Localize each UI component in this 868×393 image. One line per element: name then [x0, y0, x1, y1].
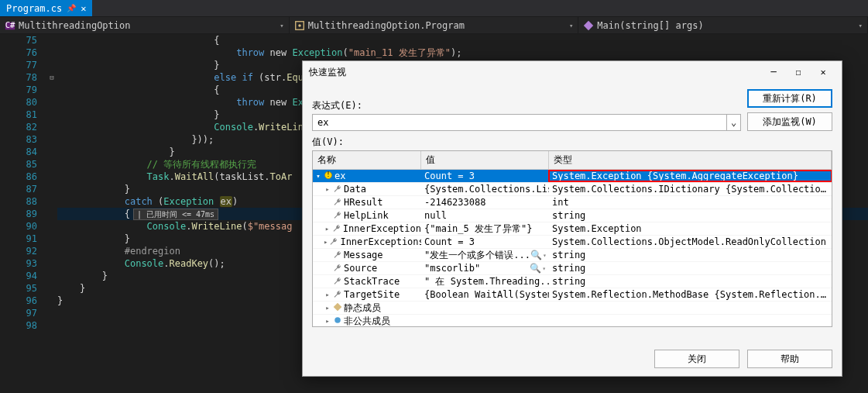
nav-method-label: Main(string[] args) [597, 20, 703, 31]
perf-tip[interactable]: | 已用时间 <= 47ms [133, 209, 218, 220]
header-name[interactable]: 名称 [313, 151, 421, 169]
fold-toggle [46, 146, 57, 158]
expression-input[interactable] [313, 115, 726, 130]
visualizer-icon[interactable]: 🔍 [530, 250, 542, 260]
expand-toggle[interactable]: ▸ [324, 185, 331, 193]
expand-toggle[interactable]: ▸ [324, 225, 331, 233]
nav-method[interactable]: Main(string[] args) ▾ [578, 17, 868, 33]
expand-toggle[interactable]: ▸ [324, 304, 331, 312]
watch-row[interactable]: ▾!exCount = 3System.Exception {System.Ag… [313, 170, 832, 183]
watch-row[interactable]: ▸InnerException{"main_5 发生了异常"}System.Ex… [313, 222, 832, 236]
line-number: 93 [0, 257, 37, 270]
prop-value: {Boolean WaitAll(System.Thre... [424, 289, 549, 300]
watch-row[interactable]: ▸TargetSite{Boolean WaitAll(System.Thre.… [313, 288, 832, 302]
prop-value: "mscorlib" [424, 263, 480, 274]
csharp-project-icon: C# [5, 20, 15, 31]
line-number: 79 [0, 84, 37, 96]
help-button[interactable]: 帮助 [747, 350, 832, 368]
svg-point-8 [335, 317, 341, 323]
close-dialog-button[interactable]: 关闭 [654, 350, 739, 368]
fold-toggle [46, 233, 57, 245]
fold-toggle [46, 270, 57, 282]
close-icon[interactable]: ✕ [81, 3, 86, 14]
nav-project-label: MultithreadingOption [19, 20, 131, 31]
reevaluate-button[interactable]: 重新计算(R) [747, 89, 832, 108]
wrench-icon [333, 198, 342, 207]
line-number: 89 [0, 208, 37, 220]
fold-toggle [46, 96, 57, 109]
fold-toggle [46, 295, 57, 307]
dialog-title: 快速监视 [309, 66, 761, 79]
watch-row[interactable]: ▸非公共成员 [313, 315, 832, 327]
wrench-icon [333, 184, 342, 194]
prop-type: System.Reflection.MethodBase {System.Ref… [549, 289, 832, 300]
expand-toggle[interactable]: ▸ [324, 238, 328, 246]
fold-toggle[interactable]: ⊟ [46, 71, 57, 84]
chevron-down-icon[interactable]: ▾ [542, 265, 546, 272]
watch-row[interactable]: ▸静态成员 [313, 302, 832, 315]
maximize-button[interactable]: ☐ [786, 63, 811, 81]
prop-value: -2146233088 [424, 197, 485, 208]
watch-row[interactable]: StackTrace" 在 System.Threading....🔍▾stri… [313, 275, 832, 288]
fold-toggle [46, 245, 57, 257]
prop-name: Source [344, 263, 377, 274]
value-label: 值(V): [312, 136, 832, 149]
line-number: 84 [0, 146, 37, 158]
prop-name: TargetSite [344, 289, 400, 300]
expand-toggle[interactable]: ▾ [314, 172, 322, 180]
wrench-icon [333, 264, 342, 273]
watch-row[interactable]: HelpLinknullstring [313, 209, 832, 222]
nav-class[interactable]: MultithreadingOption.Program ▾ [290, 17, 579, 33]
chevron-down-icon[interactable]: ⌄ [726, 115, 740, 130]
chevron-down-icon[interactable]: ▾ [543, 252, 547, 259]
tab-bar: Program.cs 📌 ✕ [0, 0, 868, 17]
static-members-icon [333, 302, 342, 314]
watch-grid[interactable]: 名称 值 类型 ▾!exCount = 3System.Exception {S… [312, 150, 832, 327]
line-number: 76 [0, 47, 37, 59]
line-number: 92 [0, 245, 37, 257]
expand-toggle[interactable]: ▸ [324, 317, 331, 325]
code-line[interactable]: throw new Exception("main_11 发生了异常"); [57, 47, 868, 59]
watch-row[interactable]: Source"mscorlib"🔍▾string [313, 262, 832, 275]
tab-filename: Program.cs [6, 3, 62, 14]
prop-name: HResult [344, 197, 383, 208]
expand-toggle[interactable]: ▸ [324, 291, 331, 298]
svg-text:C#: C# [5, 20, 15, 29]
line-number: 80 [0, 96, 37, 109]
pin-icon[interactable]: 📌 [67, 4, 76, 12]
close-button[interactable]: ✕ [811, 63, 835, 81]
wrench-icon [332, 224, 341, 233]
minimize-button[interactable]: ─ [761, 63, 786, 81]
exception-icon: ! [324, 171, 333, 182]
prop-name: Message [344, 250, 383, 260]
fold-toggle [46, 220, 57, 233]
header-type[interactable]: 类型 [549, 151, 832, 169]
line-number: 94 [0, 270, 37, 282]
grid-header: 名称 值 类型 [313, 151, 832, 170]
code-line[interactable]: { [57, 34, 868, 47]
prop-type: System.Exception {System.AggregateExcept… [549, 171, 832, 181]
watch-row[interactable]: ▸InnerExceptionsCount = 3System.Collecti… [313, 236, 832, 249]
expression-label: 表达式(E): [312, 99, 741, 112]
prop-name: 非公共成员 [344, 315, 390, 328]
nav-project[interactable]: C# MultithreadingOption ▾ [0, 17, 290, 33]
prop-type: string [549, 210, 832, 221]
line-number: 81 [0, 109, 37, 121]
add-watch-button[interactable]: 添加监视(W) [747, 112, 832, 131]
watch-row[interactable]: HResult-2146233088int [313, 196, 832, 209]
svg-rect-4 [584, 20, 593, 29]
header-value[interactable]: 值 [421, 151, 549, 169]
wrench-icon [329, 237, 338, 246]
line-number: 96 [0, 295, 37, 307]
watch-row[interactable]: Message"发生一个或多个错误...🔍▾string [313, 249, 832, 262]
svg-rect-7 [334, 302, 342, 311]
file-tab[interactable]: Program.cs 📌 ✕ [0, 0, 92, 16]
prop-type: System.Collections.IDictionary {System.C… [549, 184, 832, 195]
nav-bar: C# MultithreadingOption ▾ Multithreading… [0, 17, 868, 34]
visualizer-icon[interactable]: 🔍 [530, 263, 541, 274]
watch-row[interactable]: ▸Data{System.Collections.ListDictio...Sy… [313, 183, 832, 196]
line-number: 88 [0, 195, 37, 208]
fold-toggle [46, 84, 57, 96]
expression-combobox[interactable]: ⌄ [312, 114, 741, 131]
line-number: 85 [0, 158, 37, 171]
